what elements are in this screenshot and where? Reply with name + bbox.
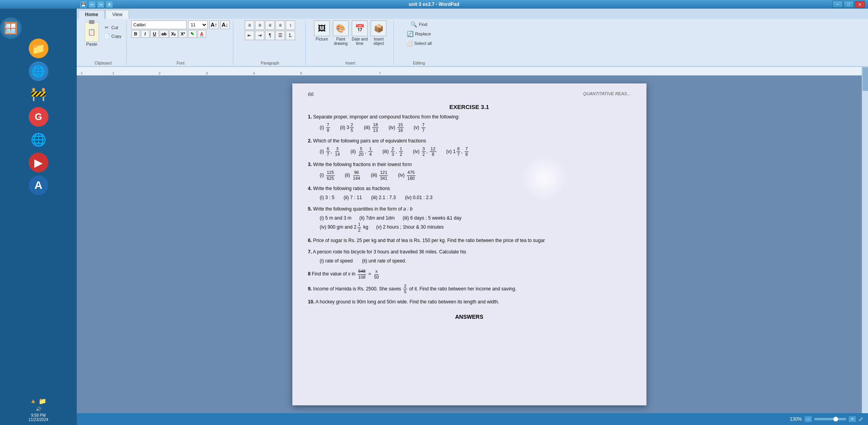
insert-object-label: Insertobject	[373, 37, 384, 46]
redo-quick-button[interactable]: ↪	[97, 1, 104, 8]
insert-object-icon: 📦	[371, 20, 386, 36]
q3-num: 3.	[308, 162, 312, 167]
underline-button[interactable]: U	[150, 30, 159, 38]
zoom-slider[interactable]	[814, 418, 846, 420]
q5-num: 5.	[308, 206, 312, 212]
undo-quick-button[interactable]: ↩	[89, 1, 96, 8]
paragraph-marks-button[interactable]: ¶	[265, 31, 275, 40]
q6-num: 6.	[308, 238, 312, 243]
select-all-button[interactable]: ⬜ Select all	[404, 39, 434, 47]
subscript-button[interactable]: X₂	[169, 30, 178, 38]
font-color-button[interactable]: A	[198, 30, 206, 38]
sidebar-browser-icon[interactable]: 🌐	[29, 61, 48, 81]
paste-button[interactable]: 📋 Paste	[83, 20, 100, 48]
question-6: 6. Price of sugar is Rs. 25 per kg and t…	[308, 237, 631, 244]
format-row: B I U ab X₂ X² ✎ A	[131, 30, 206, 38]
replace-button[interactable]: 🔄 Replace	[404, 30, 433, 38]
zoom-level: 130%	[790, 416, 802, 422]
tab-view[interactable]: View	[105, 10, 129, 19]
superscript-button[interactable]: X²	[179, 30, 187, 38]
save-quick-button[interactable]: 💾	[80, 1, 87, 8]
q10-num: 10.	[308, 299, 315, 305]
zoom-control: 130% − + ⤢	[790, 416, 863, 422]
strikethrough-button[interactable]: ab	[160, 30, 168, 38]
sidebar-folder2-icon: 📁	[39, 397, 46, 405]
zoom-expand-icon: ⤢	[859, 416, 863, 422]
exercise-title: EXERCISE 3.1	[308, 103, 631, 110]
align-right-button[interactable]: ≡	[265, 20, 275, 30]
font-name-input[interactable]	[131, 20, 187, 29]
cut-button[interactable]: ✂ Cut	[102, 24, 123, 31]
answers-title: ANSWERS	[308, 314, 631, 320]
align-left-button[interactable]: ≡	[245, 20, 254, 30]
bullets-button[interactable]: ☰	[275, 31, 285, 40]
q7-parts: (i) rate of speed (ii) unit rate of spee…	[320, 257, 631, 265]
zoom-in-button[interactable]: +	[848, 416, 856, 422]
picture-button[interactable]: 🖼 Picture	[314, 20, 330, 41]
sidebar-cone-icon[interactable]: 🚧	[29, 84, 48, 104]
dropdown-quick-button[interactable]: ▼	[106, 1, 113, 8]
sidebar-play-icon[interactable]: ▶	[29, 153, 48, 172]
clipboard-label: Clipboard	[94, 59, 111, 65]
editing-label: Editing	[413, 59, 425, 65]
line-spacing-button[interactable]: ↕	[286, 20, 295, 30]
q1-text: Separate proper, improper and compound f…	[313, 114, 460, 120]
paragraph-group: ≡ ≡ ≡ ≡ ↕ ⇤ ⇥ ¶ ☰ 1. Paragraph	[235, 20, 306, 65]
font-label: Font	[177, 59, 185, 65]
indent-increase-button[interactable]: ⇥	[255, 31, 264, 40]
align-center-button[interactable]: ≡	[255, 20, 264, 30]
highlight-button[interactable]: ✎	[188, 30, 197, 38]
replace-icon: 🔄	[407, 31, 414, 37]
copy-icon: 📄	[103, 33, 110, 39]
zoom-slider-thumb[interactable]	[833, 417, 838, 421]
q7-num: 7.	[308, 249, 312, 255]
q9-text: Income of Hamida is Rs. 2500. She saves …	[313, 286, 516, 292]
shrink-font-button[interactable]: A↓	[220, 20, 230, 29]
question-9: 9. Income of Hamida is Rs. 2500. She sav…	[308, 284, 631, 294]
find-button[interactable]: 🔍 Find	[408, 20, 429, 28]
document-area: 66 QUANTITATIVE REAS... EXERCISE 3.1 1. …	[77, 76, 862, 413]
q8-text: Find the value of x in 648108 = x50	[312, 271, 380, 277]
taskbar-time: 9:58 PM 11/23/2024	[28, 413, 48, 422]
font-group: 11101214 A↑ A↓ B I U ab X₂ X² ✎ A Font	[128, 20, 233, 65]
clipboard-group-content: 📋 Paste ✂ Cut 📄 Copy	[83, 20, 123, 59]
scrollbar-thumb[interactable]	[862, 67, 868, 91]
grow-font-button[interactable]: A↑	[209, 20, 219, 29]
paste-icon: 📋	[85, 22, 99, 42]
windows-logo-button[interactable]: 🪟	[0, 17, 22, 39]
vertical-scrollbar[interactable]	[862, 67, 868, 413]
italic-button[interactable]: I	[141, 30, 150, 38]
paint-drawing-button[interactable]: 🎨 Paintdrawing	[333, 20, 349, 46]
question-8: 8 Find the value of x in 648108 = x50	[308, 269, 631, 279]
close-button[interactable]: ✕	[855, 1, 865, 8]
insert-group: 🖼 Picture 🎨 Paintdrawing 📅 Date andtime …	[307, 20, 394, 65]
justify-button[interactable]: ≡	[275, 20, 285, 30]
minimize-button[interactable]: ─	[833, 1, 843, 8]
find-icon: 🔍	[410, 21, 417, 28]
q3-text: Write the following fractions in their l…	[313, 162, 412, 167]
sidebar-chrome-icon[interactable]: 🌐	[29, 130, 48, 150]
zoom-out-button[interactable]: −	[804, 416, 812, 422]
q6-text: Price of sugar is Rs. 25 per kg and that…	[313, 238, 545, 243]
left-sidebar: 🪟 📁 🌐 🚧 G 🌐 ▶ A ▲ 📁 🔊 9:58 PM 11/23/2024	[0, 9, 77, 425]
sidebar-folder-icon[interactable]: 📁	[29, 39, 48, 58]
tab-home[interactable]: Home	[78, 10, 105, 19]
q4-parts: (i) 3 : 5 (ii) 7 : 11 (iii) 2.1 : 7.3 (i…	[320, 194, 631, 201]
q4-num: 4.	[308, 186, 312, 191]
select-all-icon: ⬜	[406, 40, 413, 46]
insert-object-button[interactable]: 📦 Insertobject	[371, 20, 386, 46]
para-row-2: ⇤ ⇥ ¶ ☰ 1.	[245, 31, 295, 40]
sidebar-g-icon[interactable]: G	[29, 107, 48, 127]
restore-button[interactable]: □	[844, 1, 854, 8]
copy-button[interactable]: 📄 Copy	[102, 32, 123, 40]
question-5: 5. Write the following quantities in the…	[308, 205, 631, 233]
date-time-button[interactable]: 📅 Date andtime	[352, 20, 368, 46]
indent-decrease-button[interactable]: ⇤	[245, 31, 254, 40]
numbering-button[interactable]: 1.	[286, 31, 295, 40]
ribbon-content: 📋 Paste ✂ Cut 📄 Copy Clipboard	[77, 19, 868, 67]
status-bar: 130% − + ⤢	[77, 413, 868, 425]
sidebar-text-icon[interactable]: A	[29, 176, 48, 195]
font-size-select[interactable]: 11101214	[188, 20, 208, 29]
q1-num: 1.	[308, 114, 312, 120]
bold-button[interactable]: B	[131, 30, 140, 38]
